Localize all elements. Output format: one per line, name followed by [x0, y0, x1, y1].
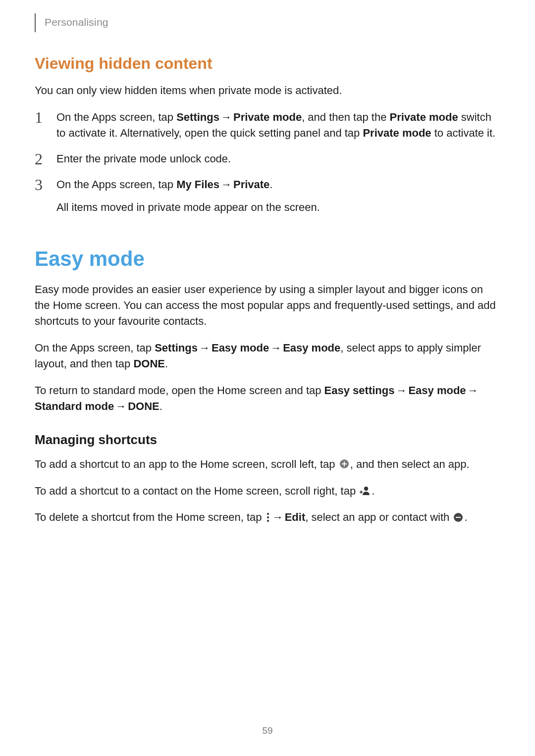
steps-list: 1 On the Apps screen, tap Settings → Pri… [35, 109, 500, 215]
bold-edit: Edit [285, 511, 306, 523]
bold-done: DONE [133, 357, 165, 370]
text-span: To delete a shortcut from the Home scree… [35, 511, 265, 523]
heading-managing-shortcuts: Managing shortcuts [35, 432, 500, 448]
add-app-shortcut: To add a shortcut to an app to the Home … [35, 456, 500, 472]
step-number: 2 [35, 151, 56, 167]
document-page: Personalising Viewing hidden content You… [0, 0, 535, 756]
bold-easy-mode: Easy mode [212, 342, 269, 354]
arrow-icon: → [271, 509, 285, 525]
step-number: 3 [35, 177, 56, 193]
bold-my-files: My Files [176, 178, 219, 191]
text-span: To return to standard mode, open the Hom… [35, 384, 324, 397]
bold-settings: Settings [176, 111, 219, 123]
step-text: Enter the private mode unlock code. [56, 151, 500, 167]
step-text: On the Apps screen, tap Settings → Priva… [56, 109, 500, 141]
arrow-icon: → [198, 340, 212, 356]
svg-rect-5 [361, 491, 362, 494]
text-span: to activate it. [431, 127, 496, 139]
bold-private-mode: Private mode [363, 127, 431, 139]
bold-done: DONE [128, 400, 160, 412]
minus-circle-icon [453, 512, 463, 522]
arrow-icon: → [219, 177, 233, 193]
svg-point-7 [267, 516, 269, 518]
page-number: 59 [0, 725, 535, 736]
svg-point-8 [267, 520, 269, 522]
text-span: . [165, 357, 168, 370]
text-span: . [160, 400, 162, 412]
text-span: On the Apps screen, tap [56, 178, 176, 191]
text-span: , and then tap the [302, 111, 389, 123]
bold-private-mode: Private mode [390, 111, 458, 123]
arrow-icon: → [219, 109, 233, 125]
step-body: On the Apps screen, tap Settings → Priva… [56, 109, 500, 141]
text-span: . [269, 178, 272, 191]
section-breadcrumb: Personalising [45, 16, 108, 28]
delete-shortcut: To delete a shortcut from the Home scree… [35, 509, 500, 525]
plus-circle-icon [339, 459, 349, 469]
easy-mode-return: To return to standard mode, open the Hom… [35, 383, 500, 414]
bold-easy-mode: Easy mode [408, 384, 466, 397]
heading-easy-mode: Easy mode [35, 247, 500, 271]
add-contact-shortcut: To add a shortcut to a contact on the Ho… [35, 483, 500, 499]
text-span: To add a shortcut to an app to the Home … [35, 458, 338, 470]
text-span: On the Apps screen, tap [35, 342, 155, 354]
text-span: To add a shortcut to a contact on the Ho… [35, 485, 359, 497]
easy-mode-intro: Easy mode provides an easier user experi… [35, 282, 500, 329]
svg-rect-2 [342, 463, 347, 464]
bold-private-mode: Private mode [233, 111, 302, 123]
svg-point-3 [364, 487, 368, 491]
text-span: . [464, 511, 467, 523]
text-span: On the Apps screen, tap [56, 111, 176, 123]
add-contact-icon [360, 486, 371, 496]
text-span: , and then select an app. [350, 458, 470, 470]
step-text-2: All items moved in private mode appear o… [56, 200, 500, 215]
step-body: On the Apps screen, tap My Files → Priva… [56, 177, 500, 215]
page-header: Personalising [35, 16, 500, 32]
step-body: Enter the private mode unlock code. [56, 151, 500, 167]
svg-point-6 [267, 513, 269, 515]
intro-paragraph: You can only view hidden items when priv… [35, 83, 500, 99]
step-number: 1 [35, 109, 56, 125]
text-span: . [372, 485, 374, 497]
text-span: , select an app or contact with [305, 511, 452, 523]
heading-viewing-hidden-content: Viewing hidden content [35, 54, 500, 73]
list-item: 3 On the Apps screen, tap My Files → Pri… [35, 177, 500, 215]
bold-easy-mode: Easy mode [283, 342, 340, 354]
easy-mode-enable: On the Apps screen, tap Settings → Easy … [35, 340, 500, 372]
header-rule [35, 13, 36, 32]
bold-easy-settings: Easy settings [324, 384, 395, 397]
arrow-icon: → [269, 340, 283, 356]
list-item: 2 Enter the private mode unlock code. [35, 151, 500, 167]
more-vertical-icon [266, 512, 270, 522]
list-item: 1 On the Apps screen, tap Settings → Pri… [35, 109, 500, 141]
svg-rect-10 [456, 517, 461, 518]
arrow-icon: → [114, 399, 128, 414]
bold-standard-mode: Standard mode [35, 400, 114, 412]
arrow-icon: → [466, 383, 480, 399]
bold-private: Private [233, 178, 269, 191]
step-text: On the Apps screen, tap My Files → Priva… [56, 177, 500, 193]
arrow-icon: → [394, 383, 408, 399]
bold-settings: Settings [155, 342, 198, 354]
